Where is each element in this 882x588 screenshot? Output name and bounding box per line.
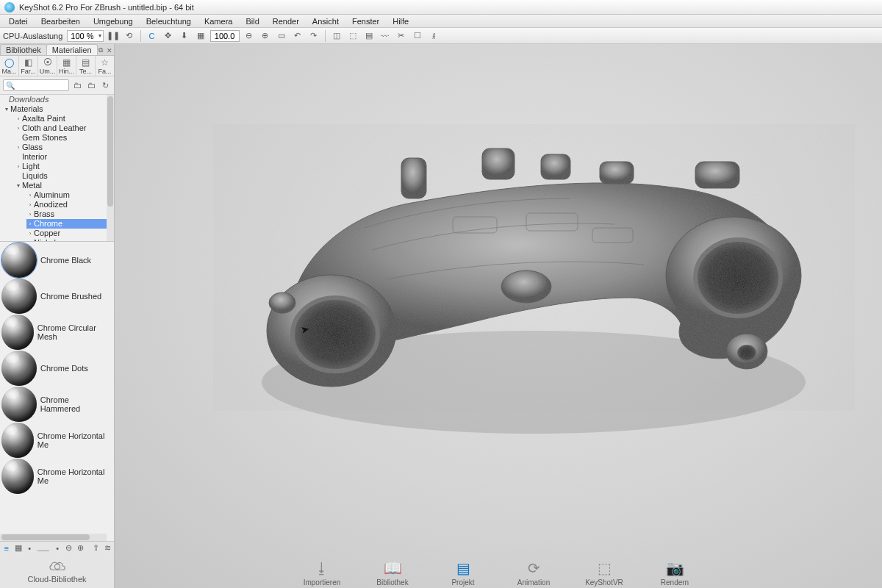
cat-textures[interactable]: ▤Te... [76, 56, 96, 76]
tree-item[interactable]: Cloth and Leather [22, 123, 86, 133]
tool-cut-icon[interactable]: ✂ [395, 29, 408, 43]
play-icon: ⟳ [523, 559, 544, 578]
cat-materials[interactable]: ◯Ma... [0, 56, 19, 76]
tab-materialien[interactable]: Materialien [46, 44, 98, 55]
redo-icon[interactable]: ↷ [307, 29, 320, 43]
frame-icon[interactable]: ▭ [275, 29, 288, 43]
zoom-out-sm-icon[interactable]: ⊖ [65, 543, 73, 553]
upload-icon[interactable]: ⇧ [93, 543, 100, 553]
close-icon[interactable]: ✕ [105, 46, 114, 55]
tree-item[interactable]: Brass [34, 209, 54, 219]
pause-icon[interactable]: ❚❚ [107, 29, 120, 43]
search-icon: 🔍 [6, 82, 15, 90]
svg-point-10 [269, 293, 295, 313]
grid-icon[interactable]: ▦ [194, 29, 207, 43]
menu-kamera[interactable]: Kamera [198, 15, 239, 27]
tree-item[interactable]: Glass [22, 143, 43, 152]
menu-bild[interactable]: Bild [240, 15, 265, 27]
scrollbar-thumb[interactable] [1, 534, 90, 540]
tree-item[interactable]: Gem Stones [22, 133, 67, 143]
thumb-item[interactable]: Chrome Horizontal Me [0, 422, 114, 458]
tree-item-chrome[interactable]: Chrome [34, 219, 62, 229]
search-input[interactable]: 🔍 [3, 79, 69, 91]
thumb-item[interactable]: Chrome Hammered [0, 386, 114, 422]
view-grid-icon[interactable]: ▦ [15, 543, 22, 553]
dock-project[interactable]: ▤Projekt [437, 559, 490, 587]
menu-hilfe[interactable]: Hilfe [387, 15, 415, 27]
thumb-item[interactable]: Chrome Black [0, 242, 114, 278]
zoom-out-icon[interactable]: ⊖ [243, 29, 256, 43]
zoom-in-icon[interactable]: ⊕ [259, 29, 272, 43]
slider-dot-icon[interactable]: • [26, 543, 34, 553]
menu-fenster[interactable]: Fenster [346, 15, 385, 27]
material-ball-icon [1, 351, 37, 386]
folder-icon[interactable]: 🗀 [71, 79, 83, 91]
zoom-input[interactable]: 100.0 [210, 30, 240, 42]
cat-environments[interactable]: ⦿Um... [38, 56, 57, 76]
undock-icon[interactable]: ⧉ [97, 46, 106, 55]
reload-icon[interactable]: ↻ [99, 79, 111, 91]
cloud-library-button[interactable]: Cloud-Bibliothek [0, 554, 114, 588]
tree-item[interactable]: Aluminum [34, 190, 70, 200]
tree-item[interactable]: Axalta Paint [22, 114, 65, 123]
zoom-in-sm-icon[interactable]: ⊕ [76, 543, 84, 553]
dock-import[interactable]: ⭳Importieren [295, 559, 348, 587]
book-icon: 📖 [382, 559, 403, 578]
folder-add-icon[interactable]: 🗀 [85, 79, 97, 91]
thumb-item[interactable]: Chrome Horizontal Me [0, 458, 114, 494]
material-tree[interactable]: Downloads ▾Materials ›Axalta Paint ›Clot… [0, 95, 114, 242]
dock-vr[interactable]: ⬚KeyShotVR [578, 559, 631, 587]
cat-colors[interactable]: ◧Far... [19, 56, 38, 76]
settings-icon[interactable]: ≋ [104, 543, 112, 553]
tree-item[interactable]: Copper [34, 229, 60, 238]
thumbs-hscrollbar[interactable] [0, 534, 107, 541]
cat-favorites[interactable]: ☆Fa... [96, 56, 114, 76]
menu-render[interactable]: Render [267, 15, 305, 27]
tree-scrollbar[interactable] [107, 95, 114, 241]
tree-downloads[interactable]: Downloads [9, 95, 49, 104]
material-ball-icon [1, 423, 34, 458]
dock-render[interactable]: 📷Rendern [648, 559, 701, 587]
tab-bibliothek[interactable]: Bibliothek [0, 44, 47, 55]
tree-item[interactable]: Liquids [22, 171, 48, 181]
view-list-icon[interactable]: ≡ [3, 543, 10, 553]
cube-icon: ⬚ [594, 559, 614, 578]
svg-point-9 [737, 345, 756, 361]
fit-icon[interactable]: ✥ [162, 29, 175, 43]
star-icon: ☆ [99, 57, 111, 68]
menu-beleuchtung[interactable]: Beleuchtung [140, 15, 197, 27]
tree-item[interactable]: Interior [22, 152, 47, 162]
menu-datei[interactable]: Datei [3, 15, 34, 27]
tree-item[interactable]: Anodized [34, 200, 68, 209]
material-ball-icon [1, 315, 34, 350]
cat-backplates[interactable]: ▦Hin... [57, 56, 76, 76]
tree-metal[interactable]: Metal [22, 181, 42, 190]
render-viewport[interactable]: ➤ ⭳Importieren 📖Bibliothek ▤Projekt ⟳Ani… [115, 44, 882, 588]
menu-ansicht[interactable]: Ansicht [306, 15, 345, 27]
menu-umgebung[interactable]: Umgebung [87, 15, 139, 27]
undo-icon[interactable]: ↶ [291, 29, 304, 43]
reset-view-icon[interactable]: C [146, 29, 159, 43]
toolbar: CPU-Auslastung 100 % ❚❚ ⟲ C ✥ ⬇ ▦ 100.0 … [0, 28, 882, 44]
tool-spline-icon[interactable]: 〰 [379, 29, 392, 43]
tool-image-icon[interactable]: ▤ [362, 29, 376, 43]
tree-materials[interactable]: Materials [10, 104, 43, 114]
dock-library[interactable]: 📖Bibliothek [366, 559, 419, 587]
thumb-item[interactable]: Chrome Dots [0, 350, 114, 386]
menu-bearbeiten[interactable]: Bearbeiten [35, 15, 86, 27]
dock-animation[interactable]: ⟳Animation [507, 559, 560, 587]
cpu-usage-combo[interactable]: 100 % [67, 30, 103, 42]
tool-cylinder-icon[interactable]: ◫ [330, 29, 343, 43]
sidebar-footer: ≡ ▦ • • ⊖ ⊕ ⇧ ≋ [0, 541, 114, 554]
tool-person-icon[interactable]: 𐀪 [427, 29, 440, 43]
thumb-item[interactable]: Chrome Circular Mesh [0, 314, 114, 350]
slider-dot-icon[interactable]: • [54, 543, 61, 553]
swatch-icon: ◧ [23, 57, 35, 68]
tool-cube-icon[interactable]: ⬚ [346, 29, 359, 43]
tree-item[interactable]: Light [22, 162, 40, 171]
download-icon[interactable]: ⬇ [178, 29, 191, 43]
refresh-icon[interactable]: ⟲ [123, 29, 136, 43]
scrollbar-thumb[interactable] [107, 96, 113, 207]
thumb-item[interactable]: Chrome Brushed [0, 278, 114, 314]
tool-screenshot-icon[interactable]: ☐ [411, 29, 424, 43]
